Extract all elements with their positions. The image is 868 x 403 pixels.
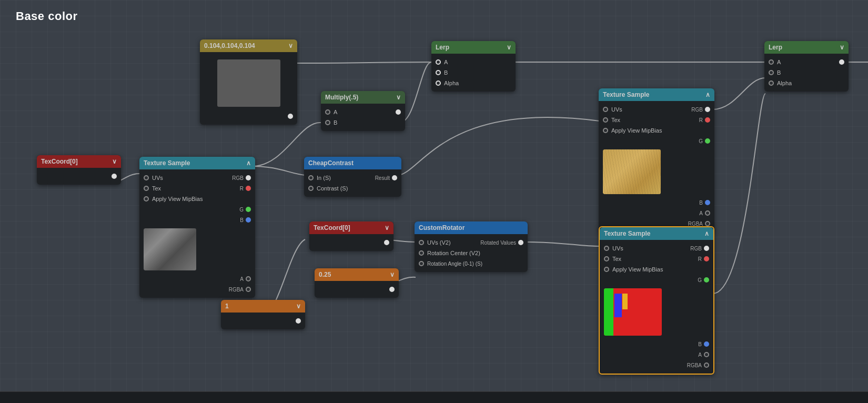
- multiply-body: A B: [321, 104, 405, 131]
- ts3-g-out: [704, 277, 709, 283]
- ts1-b-out: [246, 217, 251, 223]
- const1-node: 1 ∨: [221, 300, 305, 329]
- texture-sample1-header[interactable]: Texture Sample ∧: [139, 157, 255, 169]
- texcoord2-out: [384, 240, 389, 245]
- texcoord1-chevron: ∨: [112, 158, 117, 165]
- ts2-a-out: [705, 210, 710, 216]
- ts2-g-out: [705, 138, 710, 144]
- lerp2-chevron: ∨: [840, 44, 844, 51]
- cr-out: [518, 240, 523, 245]
- multiply-b-in: [325, 120, 330, 125]
- cc-in-socket: [308, 175, 314, 180]
- ts2-r-out: [705, 117, 710, 123]
- ts3-mip-in: [604, 267, 609, 272]
- customrotator-header[interactable]: CustomRotator: [415, 221, 528, 234]
- const025-out: [389, 287, 395, 292]
- texture-sample2-node: Texture Sample ∧ UVs RGB Tex R Apply Vie…: [599, 88, 714, 232]
- ts1-rgba-out: [246, 287, 251, 292]
- ts3-r-out: [704, 256, 709, 261]
- lerp2-out: [839, 59, 844, 65]
- lerp2-b-socket: [769, 70, 774, 75]
- cr-angle-in: [419, 261, 424, 266]
- lerp2-header[interactable]: Lerp ∨: [764, 41, 849, 54]
- ts3-rgb-out: [704, 246, 709, 251]
- cheapcontrast-label: CheapContrast: [308, 159, 354, 167]
- ts2-uvs-in: [603, 107, 608, 112]
- cheapcontrast-header[interactable]: CheapContrast: [304, 157, 401, 169]
- page-title: Base color: [16, 9, 78, 23]
- const025-label: 0.25: [319, 271, 331, 278]
- lerp2-alpha-socket: [769, 80, 774, 86]
- multiply-a-in: [325, 109, 330, 115]
- texture-sample3-node: Texture Sample ∧ UVs RGB Tex R Apply Vie…: [599, 226, 714, 375]
- texture-sample3-chevron: ∧: [704, 230, 709, 237]
- ts1-rgb-out: [246, 175, 251, 180]
- texcoord2-header[interactable]: TexCoord[0] ∨: [309, 221, 393, 234]
- texcoord2-label: TexCoord[0]: [314, 224, 350, 231]
- lerp1-node: Lerp ∨ A B Alpha: [431, 41, 516, 92]
- cheapcontrast-node: CheapContrast In (S) Result Contrast (S): [304, 157, 401, 197]
- cr-uvs-in: [419, 240, 424, 245]
- ts1-tex-in: [144, 186, 149, 191]
- lerp1-alpha-socket: [436, 80, 441, 86]
- ts3-a-out: [704, 352, 709, 357]
- lerp1-b-socket: [436, 70, 441, 75]
- texture-sample2-thumbnail: [603, 149, 710, 194]
- cr-center-in: [419, 250, 424, 256]
- customrotator-label: CustomRotator: [419, 224, 465, 231]
- texture-sample3-thumbnail: [604, 288, 709, 336]
- texture-sample1-chevron: ∧: [246, 159, 251, 167]
- lerp2-node: Lerp ∨ A B Alpha: [764, 41, 849, 92]
- lerp1-a-socket: [436, 59, 441, 65]
- texture-sample1-thumbnail: [144, 228, 251, 270]
- lerp1-chevron: ∨: [507, 44, 511, 51]
- const025-body: [315, 281, 399, 298]
- ts3-b-out: [704, 341, 709, 347]
- cc-contrast-socket: [308, 186, 314, 191]
- texture-sample2-body: UVs RGB Tex R Apply View MipBias G B: [599, 101, 714, 232]
- texture-sample2-chevron: ∧: [705, 91, 710, 98]
- ts1-r-out: [246, 186, 251, 191]
- multiply-out: [396, 109, 401, 115]
- const1-label: 1: [225, 303, 229, 310]
- ts3-rgba-out: [704, 362, 709, 368]
- texture-sample2-header[interactable]: Texture Sample ∧: [599, 88, 714, 101]
- const1-header[interactable]: 1 ∨: [221, 300, 305, 313]
- texcoord1-body: [37, 168, 121, 185]
- ts2-b-out: [705, 200, 710, 205]
- texture-sample3-body: UVs RGB Tex R Apply View MipBias G B: [600, 240, 713, 374]
- const025-node: 0.25 ∨: [315, 268, 399, 298]
- constant-node-chevron: ∨: [288, 42, 293, 49]
- lerp2-label: Lerp: [769, 44, 782, 51]
- texcoord1-node: TexCoord[0] ∨: [37, 155, 121, 185]
- multiply-chevron: ∨: [396, 94, 401, 101]
- const1-body: [221, 313, 305, 329]
- constant-node-body: [200, 52, 297, 125]
- texcoord1-header[interactable]: TexCoord[0] ∨: [37, 155, 121, 168]
- texcoord2-body: [309, 234, 393, 251]
- ts1-uvs-in: [144, 175, 149, 180]
- constant-node: 0.104,0.104,0.104 ∨: [200, 39, 297, 125]
- texture-sample3-header[interactable]: Texture Sample ∧: [600, 227, 713, 240]
- const1-chevron: ∨: [296, 303, 301, 310]
- multiply-header[interactable]: Multiply(.5) ∨: [321, 91, 405, 104]
- texcoord1-out: [112, 174, 117, 179]
- multiply-label: Multiply(.5): [325, 94, 358, 101]
- ts1-a-out: [246, 276, 251, 281]
- texture-sample3-label: Texture Sample: [604, 230, 650, 237]
- ts1-mip-in: [144, 196, 149, 202]
- multiply-node: Multiply(.5) ∨ A B: [321, 91, 405, 131]
- lerp1-header[interactable]: Lerp ∨: [431, 41, 516, 54]
- lerp1-body: A B Alpha: [431, 54, 516, 92]
- texture-sample1-node: Texture Sample ∧ UVs RGB Tex R Apply Vie…: [139, 157, 255, 298]
- customrotator-body: UVs (V2) Rotated Values Rotation Center …: [415, 234, 528, 272]
- texture-sample2-label: Texture Sample: [603, 91, 649, 98]
- ts3-tex-in: [604, 256, 609, 261]
- status-bar: [0, 391, 868, 403]
- ts1-g-out: [246, 207, 251, 212]
- texcoord1-label: TexCoord[0]: [41, 158, 78, 165]
- const025-chevron: ∨: [390, 271, 395, 278]
- const025-header[interactable]: 0.25 ∨: [315, 268, 399, 281]
- constant-node-header[interactable]: 0.104,0.104,0.104 ∨: [200, 39, 297, 52]
- customrotator-node: CustomRotator UVs (V2) Rotated Values Ro…: [415, 221, 528, 272]
